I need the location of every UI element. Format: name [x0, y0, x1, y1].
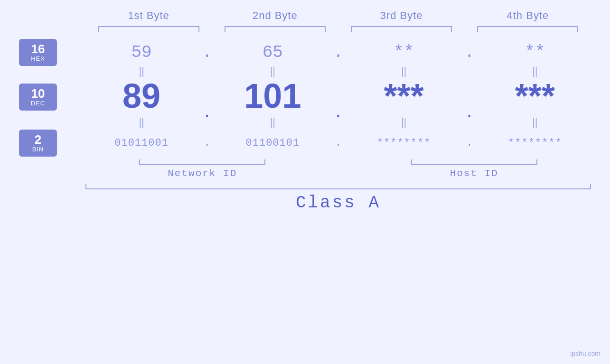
hex-dot3: .: [460, 43, 479, 62]
hex-badge: 16 HEX: [19, 39, 57, 66]
id-label-gap: [319, 168, 357, 179]
network-id-label: Network ID: [85, 168, 319, 179]
bin-data-row: 01011001 . 01100101 . ******** . *******…: [85, 137, 591, 149]
byte2-header: 2nd Byte: [212, 9, 338, 22]
class-label-row: Class A: [85, 193, 591, 213]
eq2-b1: ||: [85, 117, 197, 128]
class-label: Class A: [296, 193, 381, 213]
full-bottom-bracket: [85, 184, 591, 189]
network-bottom-bracket: [139, 159, 265, 165]
network-bracket-wrapper: [85, 159, 319, 165]
eq1-b3: ||: [348, 66, 460, 76]
dec-data-row: 89 . 101 . *** . ***: [85, 76, 591, 117]
dec-row-block: 10 DEC 89 . 101 . *** . ***: [19, 76, 591, 117]
bracket-cell-4: [465, 25, 591, 33]
eq2-b3: ||: [348, 117, 460, 128]
hex-byte3-value: **: [394, 43, 414, 62]
dec-byte2-cell: 101: [216, 76, 328, 115]
eq1-dot1: [197, 66, 216, 76]
dec-dot2: .: [329, 97, 348, 115]
bin-byte1-cell: 01011001: [85, 137, 197, 149]
bin-byte1-value: 01011001: [114, 137, 169, 149]
bin-row-block: 2 BIN 01011001 . 01100101 . ******** .: [19, 130, 591, 157]
bin-badge-wrapper: 2 BIN: [19, 130, 85, 157]
eq2-b4: ||: [479, 117, 591, 128]
hex-data-row: 59 . 65 . ** . **: [85, 43, 591, 62]
eq1-b2: ||: [216, 66, 328, 76]
top-bracket-4: [477, 26, 578, 32]
dec-byte1-cell: 89: [85, 76, 197, 115]
dec-base-name: DEC: [25, 100, 51, 107]
dec-badge-wrapper: 10 DEC: [19, 84, 85, 111]
dec-byte3-cell: ***: [348, 76, 460, 115]
hex-byte3-cell: **: [348, 43, 460, 62]
hex-base-number: 16: [25, 43, 51, 55]
hex-base-name: HEX: [25, 55, 51, 62]
watermark: ipshu.com: [570, 350, 601, 357]
bin-dot3: .: [460, 137, 479, 149]
dec-byte4-value: ***: [515, 77, 555, 115]
dec-dot1: .: [197, 97, 216, 115]
host-bottom-bracket: [411, 159, 537, 165]
byte3-header: 3rd Byte: [338, 9, 465, 22]
eq1-b1: ||: [85, 66, 197, 76]
eq1-dot3: [460, 66, 479, 76]
dec-byte4-cell: ***: [479, 76, 591, 115]
eq1-dot2: [329, 66, 348, 76]
bin-byte3-cell: ********: [348, 137, 460, 149]
host-bracket-wrapper: [357, 159, 591, 165]
bracket-cell-3: [338, 25, 465, 33]
hex-byte2-value: 65: [263, 43, 283, 62]
top-brackets-row: [85, 25, 591, 33]
dec-base-number: 10: [25, 87, 51, 100]
hex-byte2-cell: 65: [216, 43, 328, 62]
hex-byte1-cell: 59: [85, 43, 197, 62]
top-bracket-2: [225, 26, 326, 32]
top-bracket-3: [351, 26, 452, 32]
bin-byte4-value: ********: [508, 137, 562, 149]
bin-dot2: .: [329, 137, 348, 149]
dec-badge: 10 DEC: [19, 84, 57, 111]
hex-byte1-value: 59: [131, 43, 152, 62]
dec-dot3: .: [460, 97, 479, 115]
dec-byte3-value: ***: [384, 77, 424, 115]
bin-base-number: 2: [25, 133, 51, 146]
bin-byte2-cell: 01100101: [216, 137, 328, 149]
hex-byte4-cell: **: [479, 43, 591, 62]
id-labels-row: Network ID Host ID: [85, 168, 591, 179]
hex-dot1: .: [197, 43, 216, 62]
bracket-cell-2: [212, 25, 338, 33]
hex-byte4-value: **: [525, 43, 545, 62]
bracket-gap: [319, 159, 357, 165]
byte1-header: 1st Byte: [85, 9, 212, 22]
byte-headers-row: 1st Byte 2nd Byte 3rd Byte 4th Byte: [85, 0, 591, 22]
bottom-brackets-row: [85, 159, 591, 165]
bracket-cell-1: [85, 25, 212, 33]
full-bottom-bracket-row: [85, 184, 591, 189]
eq1-b4: ||: [479, 66, 591, 76]
eq2-b2: ||: [216, 117, 328, 128]
dec-byte2-value: 101: [244, 77, 301, 115]
top-bracket-1: [98, 26, 199, 32]
bin-byte2-value: 01100101: [246, 137, 300, 149]
bin-byte4-cell: ********: [479, 137, 591, 149]
bin-byte3-value: ********: [377, 137, 431, 149]
hex-badge-wrapper: 16 HEX: [19, 39, 85, 66]
hex-row-block: 16 HEX 59 . 65 . ** . **: [19, 39, 591, 66]
hex-dot2: .: [329, 43, 348, 62]
equals-row-1: || || || ||: [85, 66, 591, 76]
bin-badge: 2 BIN: [19, 130, 57, 157]
dec-byte1-value: 89: [122, 77, 160, 115]
bin-dot1: .: [197, 137, 216, 149]
bin-base-name: BIN: [25, 146, 51, 153]
host-id-label: Host ID: [357, 168, 591, 179]
main-container: 1st Byte 2nd Byte 3rd Byte 4th Byte 16 H…: [0, 0, 610, 364]
byte4-header: 4th Byte: [465, 9, 591, 22]
